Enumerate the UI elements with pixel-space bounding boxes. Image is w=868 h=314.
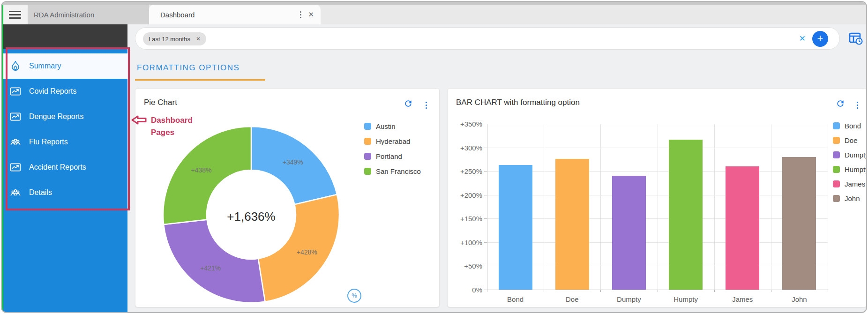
card-kebab-icon[interactable]	[854, 99, 861, 112]
report-chart-icon	[9, 111, 22, 123]
gridline-v	[828, 124, 828, 290]
sidebar-item-details[interactable]: Details	[2, 180, 127, 205]
filter-bar: Last 12 months ✕ ✕ +	[135, 27, 840, 50]
x-axis-category-label: Humpty	[673, 295, 698, 303]
tab-close-icon[interactable]: ✕	[304, 8, 321, 21]
bar-chart-title: BAR CHART with formatting option	[456, 98, 580, 107]
tab-rda-administration[interactable]: RDA Administration	[28, 5, 149, 24]
legend-item-bond[interactable]: Bond	[833, 119, 867, 133]
y-axis-label: 0%	[454, 286, 482, 294]
legend-label: Portland	[376, 152, 402, 160]
sidebar-item-label: Flu Reports	[29, 138, 68, 146]
legend-label: Bond	[845, 122, 861, 130]
sidebar-item-accident-reports[interactable]: Accident Reports	[2, 155, 127, 180]
legend-label: San Francisco	[376, 167, 421, 175]
bar-john[interactable]	[782, 157, 816, 290]
scheduled-report-icon[interactable]	[848, 31, 863, 46]
filter-chip-label: Last 12 months	[149, 36, 190, 43]
people-icon	[9, 187, 22, 199]
legend-swatch	[364, 138, 371, 145]
legend-item-humpty[interactable]: Humpty	[833, 162, 867, 177]
filter-chip-last-12-months[interactable]: Last 12 months ✕	[143, 32, 206, 45]
x-axis-category-label: John	[792, 295, 807, 303]
clear-filters-icon[interactable]: ✕	[799, 34, 806, 44]
bar-james[interactable]	[726, 166, 759, 290]
hamburger-menu-button[interactable]	[2, 5, 28, 24]
sidebar-item-covid-reports[interactable]: Covid Reports	[2, 79, 127, 104]
hamburger-icon	[9, 9, 21, 21]
card-kebab-icon[interactable]	[423, 99, 430, 112]
legend-item-portland[interactable]: Portland	[364, 149, 421, 164]
bar-dumpty[interactable]	[612, 176, 646, 290]
sidebar: Summary Covid Reports Dengue Reports	[2, 24, 127, 313]
legend-item-john[interactable]: John	[833, 191, 867, 206]
sidebar-item-label: Dengue Reports	[29, 112, 84, 121]
y-axis-label: +350%	[454, 120, 482, 128]
legend-label: Austin	[376, 122, 396, 130]
report-chart-icon	[9, 161, 22, 173]
legend-swatch	[364, 123, 371, 130]
legend-label: Doe	[845, 136, 858, 144]
legend-swatch	[833, 137, 840, 144]
sidebar-item-flu-reports[interactable]: Flu Reports	[2, 129, 127, 155]
x-axis-tick	[828, 290, 828, 292]
pie-slice-portland[interactable]	[164, 220, 265, 303]
sidebar-item-dengue-reports[interactable]: Dengue Reports	[2, 104, 127, 129]
legend-item-doe[interactable]: Doe	[833, 133, 867, 148]
sidebar-item-summary[interactable]: Summary	[2, 53, 127, 79]
legend-item-dumpty[interactable]: Dumpty	[833, 148, 867, 162]
tab-kebab-icon[interactable]	[297, 8, 304, 21]
legend-swatch	[833, 122, 840, 129]
x-axis-category-label: Doe	[566, 295, 579, 303]
add-filter-button[interactable]: +	[812, 31, 828, 47]
pie-slice-value-label: +349%	[283, 158, 303, 166]
refresh-icon[interactable]	[404, 99, 413, 108]
gridline-v	[544, 124, 544, 290]
x-axis-category-label: Dumpty	[617, 295, 641, 303]
tab-label: Dashboard	[160, 11, 195, 19]
x-axis-category-label: Bond	[507, 295, 524, 303]
legend-swatch	[364, 153, 371, 160]
y-axis-label: +250%	[454, 167, 482, 175]
legend-label: Humpty	[845, 165, 867, 173]
legend-swatch	[833, 195, 840, 202]
active-tab-underline	[135, 79, 265, 81]
legend-swatch	[833, 151, 840, 158]
sidebar-item-label: Details	[29, 188, 52, 197]
y-axis-label: +100%	[454, 239, 482, 247]
pie-legend: AustinHyderabadPortlandSan Francisco	[364, 119, 421, 179]
legend-label: John	[845, 194, 860, 202]
bar-doe[interactable]	[555, 159, 589, 290]
gridline-v	[600, 124, 601, 290]
legend-label: Dumpty	[845, 151, 867, 159]
refresh-icon[interactable]	[836, 99, 845, 108]
legend-item-james[interactable]: James	[833, 177, 867, 191]
sidebar-menu: Summary Covid Reports Dengue Reports	[2, 49, 127, 205]
donut-center-total: +1,636%	[227, 209, 275, 224]
y-axis-label: +300%	[454, 144, 482, 152]
chip-remove-icon[interactable]: ✕	[196, 36, 201, 42]
bar-plot-area: +350%+300%+250%+200%+150%+100%+50%0%Bond…	[487, 124, 828, 290]
browser-tab-bar: RDA Administration Dashboard ✕	[2, 5, 866, 24]
x-axis-line	[484, 290, 828, 290]
gridline-v	[714, 124, 715, 290]
pie-chart-title: Pie Chart	[144, 98, 177, 107]
legend-swatch	[364, 168, 371, 175]
flame-icon	[9, 60, 22, 72]
bar-humpty[interactable]	[669, 140, 703, 290]
bar-legend: BondDoeDumptyHumptyJamesJohn	[833, 119, 867, 206]
y-axis-label: +200%	[454, 191, 482, 199]
pie-slice-value-label: +421%	[200, 264, 221, 272]
window-frame: RDA Administration Dashboard ✕ Summary	[1, 1, 867, 313]
legend-item-san-francisco[interactable]: San Francisco	[364, 164, 421, 179]
tab-formatting-options[interactable]: FORMATTING OPTIONS	[137, 63, 239, 73]
bar-bond[interactable]	[499, 165, 532, 290]
green-accent-stripe	[2, 5, 3, 313]
percent-badge[interactable]: %	[347, 289, 361, 303]
legend-item-austin[interactable]: Austin	[364, 119, 421, 134]
legend-label: James	[845, 180, 865, 188]
legend-item-hyderabad[interactable]: Hyderabad	[364, 134, 421, 149]
gridline-v	[658, 124, 658, 290]
tab-dashboard[interactable]: Dashboard ✕	[149, 5, 321, 24]
legend-swatch	[833, 166, 840, 173]
